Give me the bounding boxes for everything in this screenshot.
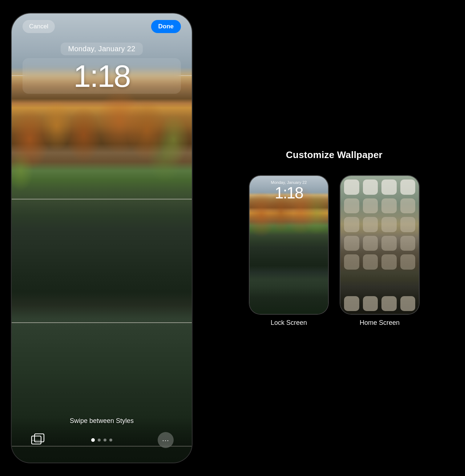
app-icon-18 — [363, 254, 378, 270]
app-icon-12 — [400, 217, 416, 232]
app-icon-11 — [381, 217, 397, 232]
home-screen-preview-item[interactable]: Home Screen — [340, 175, 420, 327]
gallery-icon[interactable] — [30, 432, 46, 448]
style-dots-indicator — [91, 438, 112, 442]
lock-screen-label: Lock Screen — [271, 319, 307, 327]
app-icon-3 — [381, 179, 397, 195]
dock-icon-2 — [363, 296, 378, 311]
dock-icon-3 — [381, 296, 397, 311]
app-icon-8 — [400, 198, 416, 214]
right-panel: Customize Wallpaper Monday, January 22 1… — [203, 0, 465, 476]
app-icon-15 — [381, 236, 397, 251]
more-options-button[interactable]: ··· — [158, 432, 174, 448]
dot-3 — [104, 439, 106, 441]
app-icon-17 — [344, 254, 359, 270]
cancel-button[interactable]: Cancel — [23, 20, 55, 33]
customize-wallpaper-title: Customize Wallpaper — [286, 149, 383, 161]
app-icon-grid — [344, 179, 415, 270]
time-text: 1:18 — [30, 60, 174, 92]
date-widget[interactable]: Monday, January 22 — [61, 43, 142, 55]
home-mini-dock — [344, 296, 415, 311]
app-icon-14 — [363, 236, 378, 251]
phone-top-bar: Cancel Done — [12, 13, 192, 37]
app-icon-4 — [400, 179, 416, 195]
date-time-area: Monday, January 22 1:18 — [12, 43, 192, 94]
time-widget[interactable]: 1:18 — [23, 58, 181, 94]
app-icon-16 — [400, 236, 416, 251]
app-icon-5 — [344, 198, 359, 214]
phone-bottom-controls: Swipe between Styles — [12, 417, 192, 463]
left-panel: Cancel Done Monday, January 22 1:18 Swip… — [0, 0, 203, 476]
lock-screen-mini-phone[interactable]: Monday, January 22 1:18 — [249, 175, 329, 315]
app-icon-7 — [381, 198, 397, 214]
home-screen-label: Home Screen — [360, 319, 400, 327]
dot-1 — [91, 438, 95, 442]
app-icon-13 — [344, 236, 359, 251]
lock-screen-mini-inner: Monday, January 22 1:18 — [250, 176, 328, 314]
app-icon-20 — [400, 254, 416, 270]
dock-icon-4 — [400, 296, 416, 311]
date-text: Monday, January 22 — [68, 45, 135, 53]
wallpaper-preview-row: Monday, January 22 1:18 Lock Screen — [249, 175, 420, 327]
more-dots-icon: ··· — [162, 436, 169, 444]
app-icon-19 — [381, 254, 397, 270]
lock-mini-time: 1:18 — [250, 184, 328, 202]
dock-icon-1 — [344, 296, 359, 311]
phone-mockup: Cancel Done Monday, January 22 1:18 Swip… — [11, 13, 193, 463]
app-icon-1 — [344, 179, 359, 195]
dot-2 — [98, 439, 101, 441]
home-screen-mini-phone[interactable] — [340, 175, 420, 315]
bottom-toolbar: ··· — [12, 432, 192, 448]
dot-4 — [109, 439, 112, 441]
done-button[interactable]: Done — [151, 20, 181, 33]
lock-screen-preview-item[interactable]: Monday, January 22 1:18 Lock Screen — [249, 175, 329, 327]
app-icon-9 — [344, 217, 359, 232]
app-icon-10 — [363, 217, 378, 232]
home-screen-mini-inner — [340, 176, 419, 314]
swipe-between-styles-label: Swipe between Styles — [70, 417, 134, 425]
app-icon-2 — [363, 179, 378, 195]
app-icon-6 — [363, 198, 378, 214]
svg-rect-0 — [32, 436, 41, 444]
